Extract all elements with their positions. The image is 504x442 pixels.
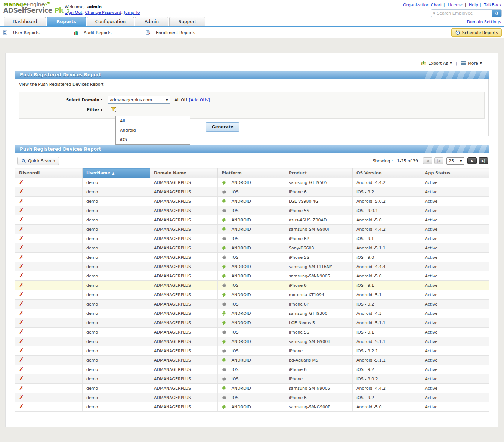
report-form-title: Push Registered Devices Report bbox=[15, 71, 489, 79]
disenroll-x-icon[interactable]: ✗ bbox=[19, 395, 24, 400]
disenroll-x-icon[interactable]: ✗ bbox=[19, 255, 24, 260]
page-size-value: 25 bbox=[449, 159, 454, 163]
license-link[interactable]: License bbox=[448, 3, 463, 7]
report-form-box: Select Domain : admanagerplus.com ▼ All … bbox=[19, 92, 485, 119]
disenroll-x-icon[interactable]: ✗ bbox=[19, 264, 24, 269]
filter-option-android[interactable]: Android bbox=[116, 126, 190, 135]
disenroll-x-icon[interactable]: ✗ bbox=[19, 208, 24, 213]
alarm-clock-icon bbox=[455, 30, 460, 35]
disenroll-x-icon[interactable]: ✗ bbox=[19, 199, 24, 203]
cell-os-version: iOS - 9.2.1 bbox=[353, 346, 421, 356]
disenroll-x-icon[interactable]: ✗ bbox=[19, 329, 24, 334]
filter-option-ios[interactable]: iOS bbox=[116, 135, 190, 144]
export-as-button[interactable]: Export As ▼ bbox=[421, 61, 452, 66]
disenroll-x-icon[interactable]: ✗ bbox=[19, 311, 24, 316]
last-page-button[interactable]: ▶| bbox=[479, 157, 488, 164]
disenroll-x-icon[interactable]: ✗ bbox=[19, 386, 24, 390]
help-link[interactable]: Help bbox=[469, 3, 478, 7]
disenroll-x-icon[interactable]: ✗ bbox=[19, 357, 24, 362]
tab-configuration[interactable]: Configuration bbox=[87, 17, 134, 26]
filter-funnel-icon[interactable] bbox=[111, 107, 117, 114]
jump-to-link[interactable]: Jump To bbox=[124, 10, 140, 15]
subnav-audit-reports[interactable]: Audit Reports bbox=[74, 30, 146, 35]
platform-label: ANDROID bbox=[232, 405, 251, 409]
cell-domain-name: ADMANAGERPLUS bbox=[150, 318, 218, 328]
schedule-reports-button[interactable]: Schedule Reports bbox=[451, 28, 502, 37]
disenroll-x-icon[interactable]: ✗ bbox=[19, 227, 24, 231]
disenroll-x-icon[interactable]: ✗ bbox=[19, 348, 24, 353]
platform-label: IOS bbox=[232, 367, 239, 372]
cell-app-status: Active bbox=[421, 234, 489, 243]
disenroll-x-icon[interactable]: ✗ bbox=[19, 273, 24, 278]
top-header: ManageEngine ADSelfService Plus Welcome,… bbox=[0, 0, 504, 17]
disenroll-x-icon[interactable]: ✗ bbox=[19, 301, 24, 306]
disenroll-x-icon[interactable]: ✗ bbox=[19, 245, 24, 250]
disenroll-x-icon[interactable]: ✗ bbox=[19, 189, 24, 194]
column-header-os-version[interactable]: OS Version bbox=[353, 168, 421, 178]
tab-admin[interactable]: Admin bbox=[135, 17, 168, 26]
cell-domain-name: ADMANAGERPLUS bbox=[150, 346, 218, 356]
prev-page-button[interactable]: ◀ bbox=[423, 157, 432, 164]
tab-dashboard[interactable]: Dashboard bbox=[4, 17, 46, 26]
quick-search-button[interactable]: Quick Search bbox=[17, 157, 59, 165]
cell-os-version: Android -5.0.2 bbox=[353, 197, 421, 206]
add-ous-link[interactable]: [Add OUs] bbox=[189, 98, 210, 102]
column-header-domain-name[interactable]: Domain Name bbox=[150, 168, 218, 178]
domain-select[interactable]: admanagerplus.com ▼ bbox=[108, 96, 170, 104]
disenroll-x-icon[interactable]: ✗ bbox=[19, 404, 24, 409]
cell-username: demo bbox=[83, 337, 150, 346]
tab-support[interactable]: Support bbox=[169, 17, 205, 26]
cell-username: demo bbox=[83, 318, 150, 328]
table-row: ✗ demo ADMANAGERPLUS IOS iPhone 6P iOS -… bbox=[15, 234, 489, 243]
first-page-button[interactable]: |◀ bbox=[434, 157, 443, 164]
cell-os-version: Android -5.1.1 bbox=[353, 356, 421, 365]
disenroll-x-icon[interactable]: ✗ bbox=[19, 292, 24, 297]
next-page-button[interactable]: ▶ bbox=[467, 157, 477, 164]
organization-chart-link[interactable]: Organization Chart bbox=[403, 3, 442, 7]
showing-label: Showing : bbox=[373, 159, 393, 163]
column-header-disenroll[interactable]: Disenroll bbox=[15, 168, 83, 178]
table-row: ✗ demo ADMANAGERPLUS IOS iPhone 6P iOS -… bbox=[15, 300, 489, 309]
cell-platform: ANDROID bbox=[218, 290, 285, 300]
change-password-link[interactable]: Change Password bbox=[85, 10, 121, 15]
disenroll-x-icon[interactable]: ✗ bbox=[19, 180, 24, 185]
search-scope-caret-icon[interactable]: ▼ bbox=[431, 12, 437, 15]
disenroll-x-icon[interactable]: ✗ bbox=[19, 320, 24, 325]
filter-option-all[interactable]: All bbox=[116, 116, 190, 126]
table-row: ✗ demo ADMANAGERPLUS ANDROID samsung-SM-… bbox=[15, 225, 489, 234]
generate-button[interactable]: Generate bbox=[206, 122, 239, 132]
cell-app-status: Active bbox=[421, 384, 489, 393]
domain-settings-link[interactable]: Domain Settings bbox=[467, 19, 501, 24]
tab-reports[interactable]: Reports bbox=[47, 17, 86, 26]
cell-platform: IOS bbox=[218, 253, 285, 262]
subnav-enrollment-reports[interactable]: Enrollment Reports bbox=[146, 30, 195, 35]
column-header-username[interactable]: UserName▲ bbox=[83, 168, 150, 178]
disenroll-x-icon[interactable]: ✗ bbox=[19, 217, 24, 222]
table-body: ✗ demo ADMANAGERPLUS ANDROID samsung-GT-… bbox=[15, 178, 489, 412]
separator: | bbox=[465, 3, 466, 7]
cell-app-status: Active bbox=[421, 365, 489, 374]
cell-username: demo bbox=[83, 206, 150, 215]
disenroll-x-icon[interactable]: ✗ bbox=[19, 283, 24, 288]
disenroll-x-icon[interactable]: ✗ bbox=[19, 339, 24, 344]
cell-os-version: Android -5.0 bbox=[353, 402, 421, 412]
column-header-app-status[interactable]: App Status bbox=[421, 168, 489, 178]
platform-label: ANDROID bbox=[232, 311, 251, 316]
disenroll-x-icon[interactable]: ✗ bbox=[19, 367, 24, 372]
column-header-product[interactable]: Product bbox=[285, 168, 353, 178]
more-button[interactable]: More ▼ bbox=[461, 61, 482, 66]
employee-search-input[interactable] bbox=[437, 11, 492, 16]
cell-username: demo bbox=[83, 281, 150, 290]
logo-product: ADSelfService bbox=[3, 7, 52, 14]
subnav-user-reports[interactable]: User Reports bbox=[3, 30, 74, 35]
platform-label: ANDROID bbox=[232, 180, 251, 185]
disenroll-x-icon[interactable]: ✗ bbox=[19, 236, 24, 241]
disenroll-x-icon[interactable]: ✗ bbox=[19, 376, 24, 381]
search-button[interactable] bbox=[492, 9, 501, 17]
cell-os-version: Android -5.0 bbox=[353, 271, 421, 281]
column-header-platform[interactable]: Platform bbox=[218, 168, 285, 178]
talkback-link[interactable]: TalkBack bbox=[484, 3, 502, 7]
cell-product: samsung-SM-G900P bbox=[285, 402, 353, 412]
page-size-select[interactable]: 25 ▼ bbox=[446, 157, 464, 165]
cell-os-version: iOS - 9.2 bbox=[353, 393, 421, 402]
